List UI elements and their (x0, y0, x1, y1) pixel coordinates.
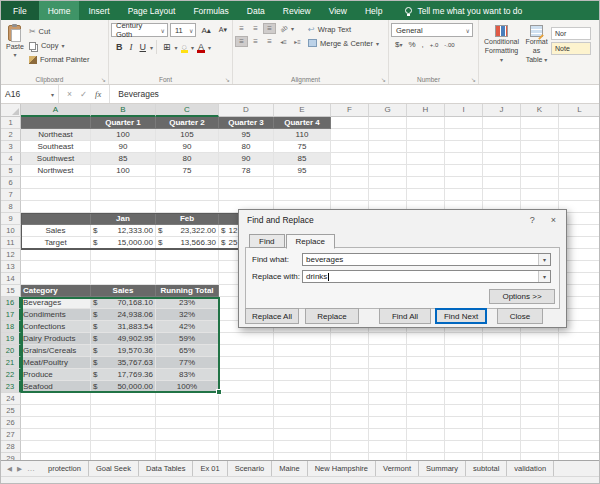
grid-cell[interactable] (445, 153, 483, 165)
number-dialog-launcher-icon[interactable]: ↘ (471, 76, 476, 83)
grid-cell[interactable]: $13,566.30 (156, 237, 219, 249)
grid-cell[interactable]: Target (21, 237, 91, 249)
row-header-11[interactable]: 11 (1, 237, 21, 249)
select-all-corner[interactable] (1, 104, 21, 117)
grid-cell[interactable] (219, 189, 274, 201)
grid-cell[interactable] (369, 453, 407, 460)
row-header-9[interactable]: 9 (1, 213, 21, 225)
grid-cell[interactable] (331, 189, 369, 201)
grid-cell[interactable] (521, 177, 559, 189)
column-header-e[interactable]: E (274, 104, 331, 117)
shrink-font-button[interactable]: A▾ (216, 24, 230, 37)
grid-cell[interactable]: Southeast (21, 141, 91, 153)
grid-cell[interactable] (521, 153, 559, 165)
grid-cell[interactable] (483, 189, 521, 201)
grid-cell[interactable] (21, 441, 91, 453)
replace-all-button[interactable]: Replace All (245, 308, 299, 324)
grid-cell[interactable] (407, 177, 445, 189)
grid-cell[interactable] (483, 153, 521, 165)
grid-cell[interactable] (21, 417, 91, 429)
grid-cell[interactable] (445, 417, 483, 429)
grid-cell[interactable] (91, 273, 156, 285)
insert-function-icon[interactable]: fx (95, 89, 101, 99)
cell-style-normal[interactable]: Nor (551, 27, 591, 40)
column-header-l[interactable]: L (559, 104, 600, 117)
grid-cell[interactable]: Condiments (21, 309, 91, 321)
grid-cell[interactable] (369, 381, 407, 393)
grid-cell[interactable]: 77% (156, 357, 219, 369)
grid-cell[interactable] (369, 441, 407, 453)
grid-cell[interactable]: 59% (156, 333, 219, 345)
grid-cell[interactable]: Dairy Products (21, 333, 91, 345)
grid-cell[interactable] (274, 453, 331, 460)
grid-cell[interactable]: 32% (156, 309, 219, 321)
grid-cell[interactable] (91, 201, 156, 213)
grid-cell[interactable] (483, 441, 521, 453)
grid-cell[interactable] (407, 393, 445, 405)
grid-cell[interactable]: $19,570.36 (91, 345, 156, 357)
row-header-25[interactable]: 25 (1, 405, 21, 417)
row-header-3[interactable]: 3 (1, 141, 21, 153)
grid-cell[interactable] (219, 333, 274, 345)
grid-cell[interactable]: 95 (274, 165, 331, 177)
grid-cell[interactable] (445, 429, 483, 441)
grid-cell[interactable] (274, 177, 331, 189)
grid-cell[interactable] (331, 441, 369, 453)
sheet-nav-more-icon[interactable]: … (27, 464, 35, 473)
row-header-4[interactable]: 4 (1, 153, 21, 165)
row-header-2[interactable]: 2 (1, 129, 21, 141)
grid-cell[interactable]: Sales (91, 285, 156, 297)
grid-cell[interactable]: Produce (21, 369, 91, 381)
grid-cell[interactable] (91, 189, 156, 201)
ribbon-tab-home[interactable]: Home (39, 1, 80, 20)
italic-button[interactable]: I (127, 41, 136, 54)
grid-cell[interactable]: Category (21, 285, 91, 297)
grid-cell[interactable] (219, 429, 274, 441)
sheet-nav-left-icon[interactable]: ◀ (7, 465, 12, 473)
grid-cell[interactable]: 65% (156, 345, 219, 357)
sheet-tab-new-hampshire[interactable]: New Hampshire (308, 461, 376, 476)
grid-cell[interactable] (407, 165, 445, 177)
grid-cell[interactable] (21, 249, 91, 261)
grid-cell[interactable] (483, 369, 521, 381)
help-icon[interactable]: ? (530, 215, 535, 225)
grid-cell[interactable] (219, 345, 274, 357)
middle-align-button[interactable]: ≡ (249, 23, 262, 34)
grid-cell[interactable] (21, 453, 91, 460)
combo-arrow-icon[interactable]: ▾ (538, 271, 550, 282)
row-header-5[interactable]: 5 (1, 165, 21, 177)
grid-cell[interactable]: $31,883.54 (91, 321, 156, 333)
grid-cell[interactable]: Quarter 2 (156, 117, 219, 129)
grid-cell[interactable]: Quarter 3 (219, 117, 274, 129)
grid-cell[interactable] (407, 453, 445, 460)
grid-cell[interactable] (21, 261, 91, 273)
cancel-icon[interactable]: × (67, 89, 72, 99)
grid-cell[interactable] (559, 141, 600, 153)
close-button[interactable]: Close (497, 308, 543, 324)
grid-cell[interactable] (521, 189, 559, 201)
grid-cell[interactable] (369, 129, 407, 141)
grid-cell[interactable] (274, 417, 331, 429)
align-center-button[interactable]: ≡ (249, 36, 262, 47)
column-header-k[interactable]: K (521, 104, 559, 117)
grid-cell[interactable] (445, 177, 483, 189)
ribbon-tab-file[interactable]: File (1, 1, 39, 20)
grid-cell[interactable] (91, 405, 156, 417)
column-header-g[interactable]: G (369, 104, 407, 117)
grid-cell[interactable] (445, 381, 483, 393)
grid-cell[interactable] (559, 129, 600, 141)
grid-cell[interactable]: Northeast (21, 129, 91, 141)
row-header-15[interactable]: 15 (1, 285, 21, 297)
sheet-tab-protection[interactable]: protection (41, 461, 89, 476)
format-as-table-button[interactable]: Format as Table ▾ (522, 23, 551, 72)
grid-cell[interactable]: Quarter 4 (274, 117, 331, 129)
grid-cell[interactable] (445, 357, 483, 369)
font-size-combo[interactable]: 11 ∨ (170, 23, 197, 37)
grid-cell[interactable] (559, 453, 600, 460)
grid-cell[interactable] (331, 357, 369, 369)
grid-cell[interactable] (445, 369, 483, 381)
grid-cell[interactable]: $24,938.06 (91, 309, 156, 321)
grid-cell[interactable]: 85 (274, 153, 331, 165)
conditional-formatting-button[interactable]: Conditional Formatting ▾ (481, 23, 522, 72)
grid-cell[interactable]: $17,769.36 (91, 369, 156, 381)
